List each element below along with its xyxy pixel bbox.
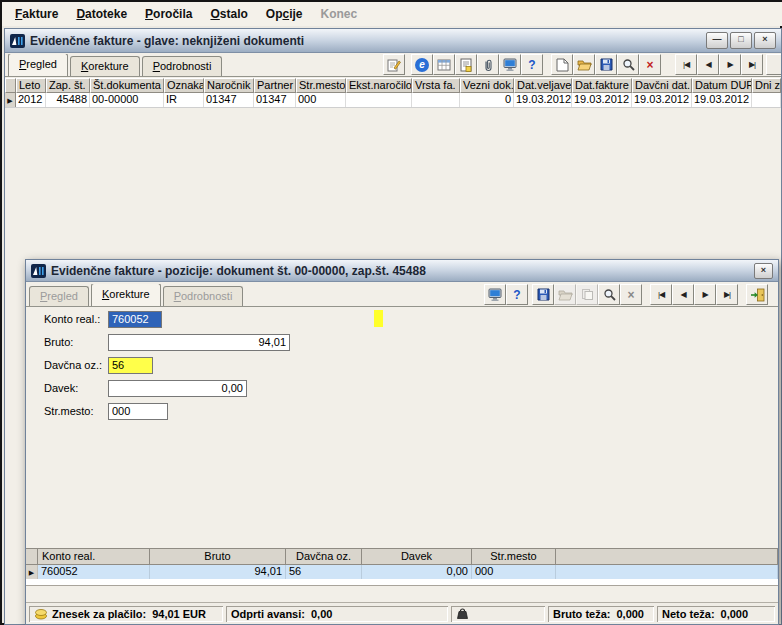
col-header[interactable]: Davčni dat. <box>632 78 692 93</box>
neto-teza-label: Neto teža: <box>662 608 715 620</box>
table-view-button[interactable] <box>433 54 455 75</box>
col-header[interactable]: Datum DUR <box>692 78 752 93</box>
positions-window-title: Evidenčne fakture - pozicije: dokument š… <box>51 264 749 278</box>
nav-last-icon: ▶| <box>749 60 755 69</box>
delete-button[interactable]: × <box>620 284 642 305</box>
open-button[interactable] <box>554 284 576 305</box>
menu-ostalo[interactable]: Ostalo <box>201 4 256 24</box>
search-button[interactable] <box>598 284 620 305</box>
delete-icon: × <box>646 59 653 71</box>
nav-prev-button[interactable]: ◀ <box>672 284 694 305</box>
col-header[interactable]: Dat.veljave <box>514 78 572 93</box>
col-header[interactable]: Partner <box>254 78 296 93</box>
edit-document-button[interactable] <box>383 54 405 75</box>
nav-overflow-button[interactable] <box>766 54 781 75</box>
close-button[interactable]: × <box>754 32 776 49</box>
copy-button[interactable] <box>576 284 598 305</box>
col-header[interactable]: Konto real. <box>38 549 150 565</box>
exit-button[interactable] <box>746 284 768 305</box>
col-header[interactable]: Leto <box>16 78 46 93</box>
col-header[interactable]: Dni za <box>752 78 781 93</box>
status-bruto-teza: Bruto teža: 0,000 <box>548 606 654 622</box>
positions-window: Evidenčne fakture - pozicije: dokument š… <box>25 259 779 625</box>
nav-first-button[interactable]: |◀ <box>650 284 672 305</box>
cell: 19.03.2012 <box>632 93 692 107</box>
nav-first-icon: |◀ <box>683 60 689 69</box>
col-header[interactable]: Vrsta fa. <box>412 78 460 93</box>
save-button[interactable] <box>532 284 554 305</box>
tab-korekture[interactable]: Korekture <box>91 284 161 306</box>
weight-icon <box>456 607 469 620</box>
cell <box>412 93 460 107</box>
tab-pregled[interactable]: Pregled <box>29 286 89 306</box>
cell <box>752 93 781 107</box>
save-button[interactable] <box>595 54 617 75</box>
menu-porocila[interactable]: Poročila <box>136 4 201 24</box>
tab-podrobnosti[interactable]: Podrobnosti <box>163 286 244 306</box>
nav-next-button[interactable]: ▶ <box>719 54 741 75</box>
tab-korekture[interactable]: Korekture <box>70 56 140 76</box>
table-header: Leto Zap. št. Št.dokumenta Oznaka Naročn… <box>5 78 781 93</box>
nav-last-button[interactable]: ▶| <box>716 284 738 305</box>
report-button[interactable] <box>455 54 477 75</box>
tab-pregled[interactable]: Pregled <box>8 54 68 76</box>
col-header[interactable]: Davek <box>362 549 472 565</box>
col-header[interactable]: Str.mesto <box>296 78 346 93</box>
help-button[interactable]: ? <box>506 284 528 305</box>
davek-input[interactable] <box>108 380 247 397</box>
positions-grid-empty <box>26 579 778 585</box>
menu-konec[interactable]: Konec <box>312 4 367 24</box>
attachment-button[interactable] <box>477 54 499 75</box>
open-button[interactable] <box>573 54 595 75</box>
menu-opcije[interactable]: Opcije <box>257 4 312 24</box>
minimize-button[interactable]: — <box>706 32 728 49</box>
tab-podrobnosti[interactable]: Podrobnosti <box>142 56 223 76</box>
konto-input[interactable] <box>108 311 162 328</box>
delete-button[interactable]: × <box>639 54 661 75</box>
col-header[interactable]: Vezni dok. <box>460 78 514 93</box>
menu-datoteke[interactable]: Datoteke <box>67 4 136 24</box>
col-header[interactable]: Št.dokumenta <box>90 78 164 93</box>
col-header[interactable]: Ekst.naročilo <box>346 78 412 93</box>
nav-prev-button[interactable]: ◀ <box>697 54 719 75</box>
help-button[interactable]: ? <box>521 54 543 75</box>
help-icon: ? <box>528 58 535 72</box>
col-header[interactable]: Bruto <box>150 549 286 565</box>
new-button[interactable] <box>551 54 573 75</box>
col-header[interactable]: Naročnik <box>204 78 254 93</box>
col-header[interactable]: Davčna oz. <box>286 549 362 565</box>
col-header[interactable]: Str.mesto <box>472 549 556 565</box>
znesek-label: Znesek za plačilo: <box>52 608 146 620</box>
positions-grid-row[interactable]: ▶ 760052 94,01 56 0,00 000 <box>26 565 778 579</box>
davcna-input[interactable] <box>108 357 153 374</box>
positions-titlebar[interactable]: Evidenčne fakture - pozicije: dokument š… <box>26 260 778 282</box>
bruto-input[interactable] <box>108 334 290 351</box>
menu-fakture[interactable]: Fakture <box>6 4 67 24</box>
open-folder-icon <box>577 59 592 71</box>
col-header[interactable]: Oznaka <box>164 78 204 93</box>
table-row[interactable]: ▶ 2012 45488 00-00000 IR 01347 01347 000… <box>5 93 781 108</box>
str-mesto-input[interactable] <box>108 403 168 420</box>
maximize-button[interactable]: □ <box>730 32 752 49</box>
monitor-button[interactable] <box>499 54 521 75</box>
row-indicator: ▶ <box>5 93 16 107</box>
col-header[interactable]: Dat.fakture <box>572 78 632 93</box>
window-controls: — □ × <box>706 32 776 49</box>
row-marker-icon: ▶ <box>29 569 34 576</box>
nav-last-button[interactable]: ▶| <box>741 54 763 75</box>
cell: 45488 <box>46 93 90 107</box>
nav-first-button[interactable]: |◀ <box>675 54 697 75</box>
search-button[interactable] <box>617 54 639 75</box>
e-invoice-button[interactable]: e <box>411 54 433 75</box>
col-header[interactable]: Zap. št. <box>46 78 90 93</box>
exit-door-icon <box>750 288 765 302</box>
close-button[interactable]: × <box>754 263 773 279</box>
cell: 000 <box>296 93 346 107</box>
main-titlebar[interactable]: Evidenčne fakture - glave: neknjiženi do… <box>5 29 781 53</box>
application-frame: Fakture Datoteke Poročila Ostalo Opcije … <box>0 0 782 625</box>
bruto-teza-value: 0,000 <box>616 608 644 620</box>
nav-next-button[interactable]: ▶ <box>694 284 716 305</box>
highlight-marker <box>374 310 383 327</box>
monitor-button[interactable] <box>484 284 506 305</box>
save-disk-icon <box>600 58 613 71</box>
